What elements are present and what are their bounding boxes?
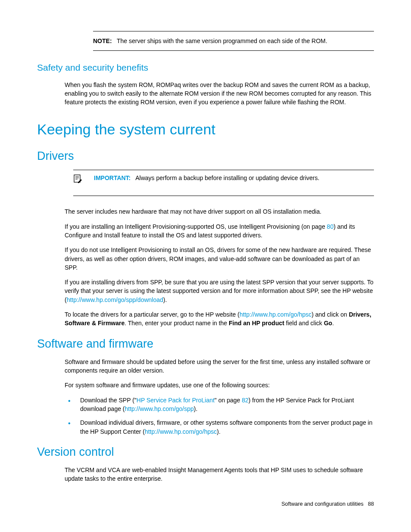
important-box: IMPORTANT: Always perform a backup befor… bbox=[73, 170, 374, 196]
drivers-p4: If you are installing drivers from SPP, … bbox=[65, 278, 374, 304]
important-content: IMPORTANT: Always perform a backup befor… bbox=[94, 174, 319, 182]
list-item: Download the SPP ("HP Service Pack for P… bbox=[65, 396, 374, 414]
safety-p1: When you flash the system ROM, ROMPaq wr… bbox=[65, 81, 374, 107]
link-page-82[interactable]: 82 bbox=[242, 397, 249, 404]
software-p1: Software and firmware should be updated … bbox=[65, 358, 374, 375]
version-p1: The VCRM and VCA are web-enabled Insight… bbox=[65, 466, 374, 483]
link-hpsc-1[interactable]: http://www.hp.com/go/hpsc bbox=[240, 311, 311, 318]
drivers-p5b: ) and click on bbox=[311, 311, 349, 318]
footer-page: 88 bbox=[368, 501, 374, 507]
drivers-p5d: field and click bbox=[284, 320, 324, 327]
notepad-icon bbox=[73, 174, 94, 185]
link-spp-proliant[interactable]: HP Service Pack for ProLiant bbox=[137, 397, 215, 404]
drivers-p5c: . Then, enter your product name in the bbox=[125, 320, 229, 327]
drivers-p3: If you do not use Intelligent Provisioni… bbox=[65, 246, 374, 272]
link-page-80[interactable]: 80 bbox=[327, 223, 334, 230]
heading-version: Version control bbox=[37, 444, 374, 460]
li1b: " on page bbox=[215, 397, 242, 404]
link-spp-download[interactable]: http://www.hp.com/go/spp/download bbox=[67, 296, 163, 303]
important-text: Always perform a backup before installin… bbox=[135, 174, 319, 181]
page-footer: Software and configuration utilities 88 bbox=[281, 500, 374, 508]
li1a: Download the SPP (" bbox=[80, 397, 137, 404]
li2a: Download individual drivers, firmware, o… bbox=[80, 419, 373, 435]
software-list: Download the SPP ("HP Service Pack for P… bbox=[65, 396, 374, 436]
drivers-p2: If you are installing an Intelligent Pro… bbox=[65, 222, 374, 240]
heading-drivers: Drivers bbox=[37, 148, 374, 165]
important-label: IMPORTANT: bbox=[94, 174, 131, 181]
drivers-p5e: . bbox=[332, 320, 334, 327]
li2b: ). bbox=[217, 428, 221, 435]
list-item: Download individual drivers, firmware, o… bbox=[65, 418, 374, 436]
heading-safety: Safety and security benefits bbox=[37, 61, 374, 74]
drivers-p4b: ). bbox=[163, 296, 167, 303]
drivers-p5a: To locate the drivers for a particular s… bbox=[65, 311, 240, 318]
note-text bbox=[113, 37, 117, 44]
footer-section: Software and configuration utilities bbox=[281, 501, 363, 507]
drivers-p1: The server includes new hardware that ma… bbox=[65, 207, 374, 216]
note-box: NOTE: The server ships with the same ver… bbox=[93, 31, 374, 51]
drivers-p2a: If you are installing an Intelligent Pro… bbox=[65, 223, 327, 230]
li1d: ). bbox=[194, 405, 198, 412]
note-body: The server ships with the same version p… bbox=[117, 37, 327, 44]
software-p2: For system software and firmware updates… bbox=[65, 381, 374, 389]
drivers-p5: To locate the drivers for a particular s… bbox=[65, 310, 374, 328]
heading-software: Software and firmware bbox=[37, 336, 374, 352]
drivers-p5-bold2: Find an HP product bbox=[229, 320, 284, 327]
drivers-p5-bold3: Go bbox=[324, 320, 332, 327]
link-hpsc-2[interactable]: http://www.hp.com/go/hpsc bbox=[145, 428, 217, 435]
heading-keeping: Keeping the system current bbox=[37, 119, 374, 140]
note-label: NOTE: bbox=[93, 37, 112, 44]
link-go-spp[interactable]: http://www.hp.com/go/spp bbox=[125, 405, 194, 412]
